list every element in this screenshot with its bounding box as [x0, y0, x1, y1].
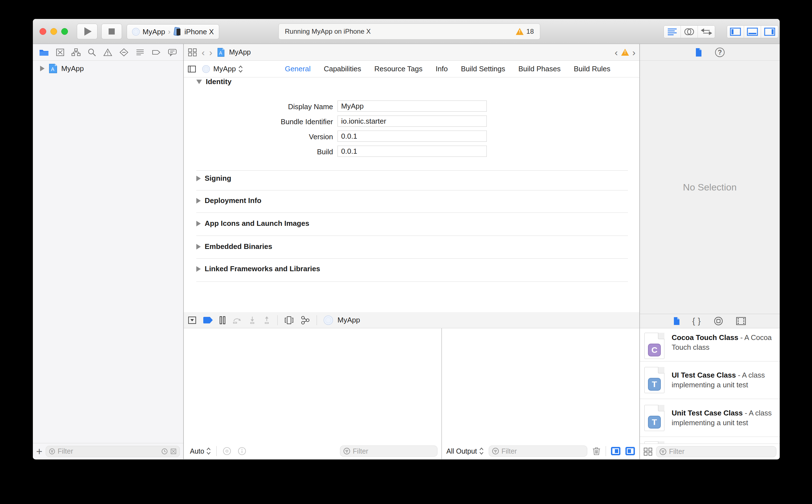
code-snippet-library-icon[interactable]: { } [692, 316, 701, 326]
debug-navigator-icon[interactable] [135, 48, 145, 57]
target-popup-label[interactable]: MyApp [213, 65, 236, 73]
step-into-icon[interactable] [248, 316, 256, 324]
disclosure-closed-icon[interactable] [196, 176, 201, 181]
disclosure-closed-icon[interactable] [196, 198, 201, 204]
recent-files-clock-icon[interactable] [161, 447, 168, 456]
step-over-icon[interactable] [232, 316, 242, 324]
embedded-binaries-section-header[interactable]: Embedded Binaries [196, 242, 272, 251]
app-icons-section-header[interactable]: App Icons and Launch Images [196, 219, 309, 228]
tab-build-phases[interactable]: Build Phases [518, 65, 561, 73]
tab-build-settings[interactable]: Build Settings [461, 65, 505, 73]
signing-section-header[interactable]: Signing [196, 174, 231, 183]
add-button[interactable]: + [36, 446, 42, 457]
show-values-eye-icon[interactable] [222, 447, 232, 456]
toggle-navigator-button[interactable] [727, 26, 744, 38]
view-hierarchy-debugger-icon[interactable] [284, 316, 294, 325]
console-scope-popup[interactable]: All Output [446, 447, 484, 455]
tab-capabilities[interactable]: Capabilities [324, 65, 361, 73]
svg-text:A: A [51, 67, 54, 72]
memory-graph-debugger-icon[interactable] [300, 316, 310, 325]
variables-view[interactable] [184, 328, 441, 443]
related-items-icon[interactable] [188, 48, 197, 57]
test-navigator-icon[interactable] [119, 48, 129, 57]
identity-section-header[interactable]: Identity [196, 77, 231, 86]
step-out-icon[interactable] [263, 316, 271, 324]
navigator-filter-input[interactable] [58, 447, 159, 455]
project-navigator-icon[interactable] [39, 48, 49, 57]
file-inspector-icon[interactable] [695, 48, 702, 57]
media-library-icon[interactable] [736, 317, 746, 326]
library-filter-input[interactable] [669, 447, 773, 456]
console-view[interactable] [442, 328, 639, 443]
console-filter-input[interactable] [502, 447, 584, 455]
project-sidebar-toggle-icon[interactable] [188, 65, 196, 73]
toggle-debug-area-button[interactable] [744, 26, 761, 38]
disclosure-open-icon[interactable] [196, 80, 202, 84]
issue-navigator-icon[interactable] [103, 48, 112, 57]
standard-editor-button[interactable] [664, 26, 681, 38]
tab-info[interactable]: Info [436, 65, 448, 73]
variables-filter-input[interactable] [353, 447, 434, 455]
variables-filter-field[interactable] [340, 446, 437, 457]
display-name-field[interactable] [337, 101, 487, 112]
quick-help-inspector-icon[interactable]: ? [715, 48, 725, 57]
variables-scope-popup[interactable]: Auto [190, 447, 211, 455]
report-navigator-icon[interactable] [168, 48, 177, 57]
file-template-library-icon[interactable] [673, 317, 680, 326]
disclosure-triangle-icon[interactable] [40, 66, 45, 71]
jumpbar-item-label[interactable]: MyApp [229, 48, 251, 56]
clear-console-trash-icon[interactable] [592, 447, 601, 456]
object-library-icon[interactable] [713, 316, 723, 326]
stop-button[interactable] [101, 24, 122, 39]
tab-resource-tags[interactable]: Resource Tags [374, 65, 422, 73]
warning-count: 18 [526, 28, 534, 35]
project-tree-row[interactable]: A MyApp [33, 61, 183, 76]
assistant-editor-button[interactable] [681, 26, 698, 38]
toggle-variables-view-button[interactable] [611, 447, 620, 455]
navigator-filter-field[interactable] [46, 446, 180, 457]
run-button[interactable] [77, 24, 97, 39]
deployment-info-section-header[interactable]: Deployment Info [196, 196, 261, 205]
next-issue-icon[interactable]: › [632, 48, 635, 57]
breakpoints-toggle-icon[interactable] [203, 317, 213, 324]
forward-chevron-icon[interactable]: › [209, 48, 212, 57]
version-field[interactable] [337, 131, 487, 142]
toggle-inspector-button[interactable] [761, 26, 778, 38]
filter-icon [659, 447, 667, 456]
version-editor-button[interactable] [698, 26, 715, 38]
inspector-panel: ? No Selection { } C Cocoa Touch Class -… [640, 44, 780, 459]
template-item-unit-test-case-class[interactable]: T Unit Test Case Class - A class impleme… [640, 399, 780, 437]
linked-frameworks-section-header[interactable]: Linked Frameworks and Libraries [196, 265, 320, 273]
template-item-ui-test-case-class[interactable]: T UI Test Case Class - A class implement… [640, 361, 780, 399]
popup-chevrons-icon [238, 65, 243, 73]
console-filter-field[interactable] [489, 446, 587, 457]
grid-view-icon[interactable] [643, 447, 653, 456]
info-icon[interactable] [237, 447, 247, 456]
issue-badge[interactable]: 18 [516, 28, 534, 35]
build-field[interactable] [337, 146, 487, 157]
back-chevron-icon[interactable]: ‹ [202, 48, 205, 57]
close-button[interactable] [40, 28, 46, 35]
template-item-cocoa-touch-class[interactable]: C Cocoa Touch Class - A Cocoa Touch clas… [640, 328, 780, 361]
tab-build-rules[interactable]: Build Rules [574, 65, 610, 73]
hide-debug-area-icon[interactable] [188, 316, 197, 324]
toggle-console-view-button[interactable] [625, 447, 635, 455]
disclosure-closed-icon[interactable] [196, 221, 201, 226]
symbol-navigator-icon[interactable] [71, 48, 81, 57]
disclosure-closed-icon[interactable] [196, 266, 201, 272]
template-item-partial[interactable] [640, 437, 780, 444]
disclosure-closed-icon[interactable] [196, 244, 201, 249]
source-control-status-icon[interactable] [170, 447, 177, 456]
library-filter-field[interactable] [656, 446, 776, 457]
pause-icon[interactable] [219, 316, 226, 324]
zoom-button[interactable] [61, 28, 68, 35]
minimize-button[interactable] [50, 28, 57, 35]
source-control-navigator-icon[interactable] [56, 48, 65, 57]
issue-warning-icon[interactable] [621, 49, 629, 56]
bundle-identifier-field[interactable] [337, 116, 487, 127]
previous-issue-icon[interactable]: ‹ [615, 48, 618, 57]
scheme-selector[interactable]: MyApp › iPhone X [127, 24, 219, 39]
search-navigator-icon[interactable] [87, 48, 96, 57]
tab-general[interactable]: General [285, 65, 311, 73]
breakpoint-navigator-icon[interactable] [151, 48, 161, 57]
